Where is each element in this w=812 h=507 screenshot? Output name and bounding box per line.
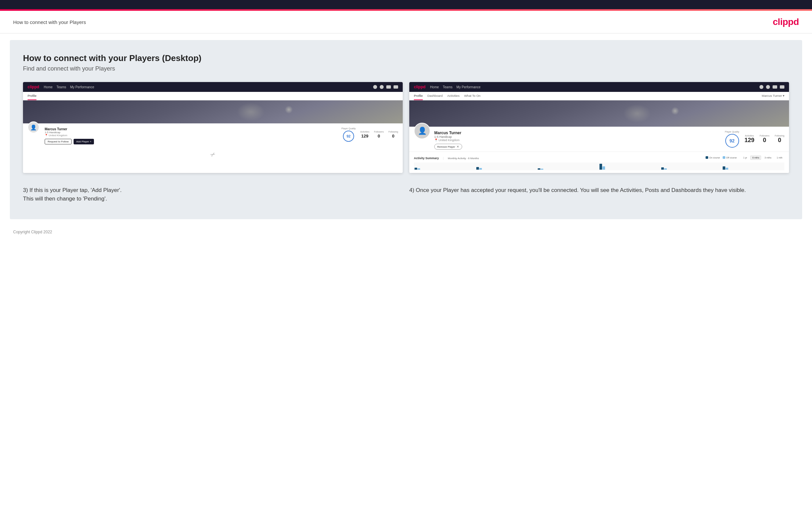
profile-icon[interactable] — [380, 85, 384, 89]
right-nav-icons — [759, 85, 784, 89]
globe-icon[interactable] — [394, 85, 398, 89]
left-quality-wrapper: Player Quality 92 — [341, 127, 356, 142]
location-pin-icon: 📍 — [45, 134, 48, 137]
chart-group-1 — [414, 168, 476, 170]
left-nav-myperformance[interactable]: My Performance — [70, 85, 94, 89]
footer: Copyright Clippd 2022 — [0, 226, 812, 238]
left-nav-home[interactable]: Home — [44, 85, 53, 89]
activity-tab-1mth[interactable]: 1 mth — [774, 156, 784, 160]
right-profile-row: 👤 Marcus Turner 1-5 Handicap 📍 United Ki… — [414, 129, 784, 150]
left-tabs: Profile — [23, 92, 403, 100]
left-followers-stat: Followers 0 — [374, 130, 384, 139]
on-course-dot — [706, 156, 708, 159]
right-nav-myperformance[interactable]: My Performance — [456, 85, 480, 89]
remove-player-button[interactable]: Remove Player ✕ — [434, 144, 462, 150]
screenshots-row: clippd Home Teams My Performance Profile — [23, 82, 789, 173]
activity-right-controls: On course Off course 1 yr 6 mths 3 mths — [706, 156, 784, 160]
search-icon[interactable] — [373, 85, 377, 89]
right-nav-home[interactable]: Home — [430, 85, 439, 89]
avatar-person-icon: 👤 — [30, 124, 37, 130]
right-followers-stat: Followers 0 — [759, 134, 769, 144]
request-follow-button[interactable]: Request to Follow — [45, 139, 71, 145]
bar-off-4 — [602, 166, 605, 170]
legend-off-course: Off course — [723, 156, 737, 159]
left-nav-items: Home Teams My Performance — [44, 85, 368, 89]
activity-tab-3mths[interactable]: 3 mths — [762, 156, 773, 160]
activity-tab-6mths[interactable]: 6 mths — [750, 156, 761, 160]
right-avatar: 👤 — [414, 123, 430, 139]
left-nav-teams[interactable]: Teams — [56, 85, 66, 89]
right-profile-icon[interactable] — [766, 85, 770, 89]
bar-on-5 — [661, 167, 664, 170]
activity-subtitle: Monthly Activity · 6 Months — [448, 157, 479, 160]
left-following-stat: Following 0 — [388, 130, 398, 139]
main-content: How to connect with your Players (Deskto… — [10, 40, 802, 219]
left-quality-circle: 92 — [343, 130, 354, 142]
right-profile-section: 👤 Marcus Turner 1-5 Handicap 📍 United Ki… — [409, 127, 789, 152]
activity-tab-1yr[interactable]: 1 yr — [742, 156, 749, 160]
left-profile-handicap: 1-5 Handicap — [45, 131, 338, 134]
settings-icon[interactable] — [386, 85, 391, 89]
activity-header: Activity Summary | Monthly Activity · 6 … — [414, 155, 784, 161]
right-activity-summary: Activity Summary | Monthly Activity · 6 … — [409, 152, 789, 173]
right-location-pin-icon: 📍 — [434, 138, 438, 142]
right-avatar-icon: 👤 — [418, 127, 427, 135]
activity-legend: On course Off course — [706, 156, 737, 159]
right-tab-dashboard[interactable]: Dashboard — [427, 92, 443, 100]
right-tab-profile[interactable]: Profile — [414, 92, 423, 100]
right-search-icon[interactable] — [759, 85, 763, 89]
activity-divider: | — [443, 157, 444, 160]
clippd-logo: clippd — [773, 17, 799, 27]
description-right-text: 4) Once your Player has accepted your re… — [409, 186, 789, 194]
right-globe-icon[interactable] — [780, 85, 784, 89]
activity-time-tabs: 1 yr 6 mths 3 mths 1 mth — [742, 156, 784, 160]
left-nav-icons — [373, 85, 398, 89]
off-course-dot — [723, 156, 725, 159]
header: How to connect with your Players clippd — [0, 11, 812, 34]
right-tab-user-label[interactable]: Marcus Turner ▾ — [762, 92, 784, 100]
bar-off-6 — [726, 168, 728, 170]
chart-group-5 — [661, 167, 722, 170]
right-profile-location: 📍 United Kingdom — [434, 138, 721, 142]
right-nav: clippd Home Teams My Performance — [409, 82, 789, 92]
bar-on-4 — [600, 164, 602, 170]
right-settings-icon[interactable] — [773, 85, 777, 89]
add-player-button[interactable]: Add Player + — [73, 139, 94, 145]
left-bottom-overlay: ✂ — [23, 148, 403, 161]
activity-chart — [414, 162, 784, 170]
chart-group-6 — [723, 166, 784, 170]
top-bar — [0, 0, 812, 9]
left-profile-section: 👤 Marcus Turner 1-5 Handicap 📍 United Ki… — [23, 123, 403, 148]
right-hero-banner — [409, 100, 789, 127]
right-activities-stat: Activities 129 — [744, 134, 754, 144]
chart-group-3 — [538, 168, 599, 170]
bar-on-6 — [723, 166, 725, 170]
page-title: How to connect with your Players — [13, 19, 86, 25]
left-tab-profile[interactable]: Profile — [28, 92, 37, 100]
bar-on-3 — [538, 168, 540, 170]
description-left: 3) If this is your Player tap, 'Add Play… — [23, 183, 403, 206]
description-left-text: 3) If this is your Player tap, 'Add Play… — [23, 186, 403, 203]
right-tabs: Profile Dashboard Activities What To On … — [409, 92, 789, 100]
screenshot-left: clippd Home Teams My Performance Profile — [23, 82, 403, 173]
left-avatar: 👤 — [28, 121, 39, 133]
left-profile-buttons: Request to Follow Add Player + — [45, 139, 338, 145]
bar-off-2 — [479, 168, 482, 170]
screenshot-right: clippd Home Teams My Performance Profile — [409, 82, 789, 173]
right-tab-activities[interactable]: Activities — [447, 92, 459, 100]
right-profile-handicap: 1-5 Handicap — [434, 135, 721, 138]
left-profile-row: 👤 Marcus Turner 1-5 Handicap 📍 United Ki… — [28, 126, 398, 145]
left-activities-stat: Activities 129 — [360, 130, 369, 139]
right-tab-whattoworkon[interactable]: What To On — [464, 92, 480, 100]
bar-off-3 — [541, 169, 543, 170]
bar-on-1 — [414, 168, 417, 170]
right-profile-name: Marcus Turner — [434, 130, 721, 135]
right-quality-wrapper: Player Quality 92 — [725, 130, 740, 148]
chart-group-4 — [600, 164, 661, 170]
right-nav-items: Home Teams My Performance — [430, 85, 755, 89]
right-nav-logo: clippd — [414, 84, 425, 89]
right-following-stat: Following 0 — [774, 134, 784, 144]
right-nav-teams[interactable]: Teams — [443, 85, 452, 89]
activity-title-group: Activity Summary | Monthly Activity · 6 … — [414, 155, 479, 161]
left-quality-label: Player Quality — [341, 127, 356, 130]
